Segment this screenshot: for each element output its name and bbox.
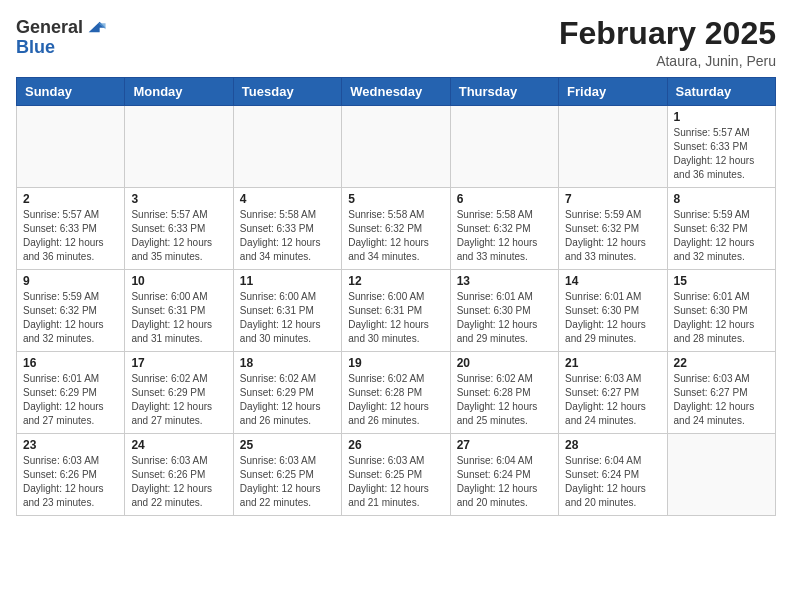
day-info: Sunrise: 6:01 AM Sunset: 6:30 PM Dayligh… (457, 290, 552, 346)
day-info: Sunrise: 6:02 AM Sunset: 6:28 PM Dayligh… (457, 372, 552, 428)
day-info: Sunrise: 5:58 AM Sunset: 6:32 PM Dayligh… (457, 208, 552, 264)
calendar-cell: 11Sunrise: 6:00 AM Sunset: 6:31 PM Dayli… (233, 270, 341, 352)
day-info: Sunrise: 5:59 AM Sunset: 6:32 PM Dayligh… (565, 208, 660, 264)
calendar-cell: 10Sunrise: 6:00 AM Sunset: 6:31 PM Dayli… (125, 270, 233, 352)
month-title: February 2025 (559, 16, 776, 51)
weekday-header-sunday: Sunday (17, 78, 125, 106)
calendar-cell: 22Sunrise: 6:03 AM Sunset: 6:27 PM Dayli… (667, 352, 775, 434)
calendar-cell (125, 106, 233, 188)
calendar-cell (233, 106, 341, 188)
day-number: 15 (674, 274, 769, 288)
day-info: Sunrise: 5:57 AM Sunset: 6:33 PM Dayligh… (674, 126, 769, 182)
day-info: Sunrise: 6:01 AM Sunset: 6:29 PM Dayligh… (23, 372, 118, 428)
day-info: Sunrise: 6:03 AM Sunset: 6:25 PM Dayligh… (240, 454, 335, 510)
day-info: Sunrise: 5:58 AM Sunset: 6:32 PM Dayligh… (348, 208, 443, 264)
calendar-cell: 3Sunrise: 5:57 AM Sunset: 6:33 PM Daylig… (125, 188, 233, 270)
day-number: 21 (565, 356, 660, 370)
calendar-cell: 9Sunrise: 5:59 AM Sunset: 6:32 PM Daylig… (17, 270, 125, 352)
week-row-4: 16Sunrise: 6:01 AM Sunset: 6:29 PM Dayli… (17, 352, 776, 434)
logo-blue: Blue (16, 38, 55, 56)
day-number: 27 (457, 438, 552, 452)
day-number: 12 (348, 274, 443, 288)
day-number: 19 (348, 356, 443, 370)
day-number: 13 (457, 274, 552, 288)
calendar-cell: 24Sunrise: 6:03 AM Sunset: 6:26 PM Dayli… (125, 434, 233, 516)
week-row-1: 1Sunrise: 5:57 AM Sunset: 6:33 PM Daylig… (17, 106, 776, 188)
day-info: Sunrise: 6:03 AM Sunset: 6:25 PM Dayligh… (348, 454, 443, 510)
day-number: 4 (240, 192, 335, 206)
weekday-header-thursday: Thursday (450, 78, 558, 106)
day-number: 20 (457, 356, 552, 370)
day-number: 16 (23, 356, 118, 370)
logo-icon (85, 16, 107, 38)
calendar-cell: 15Sunrise: 6:01 AM Sunset: 6:30 PM Dayli… (667, 270, 775, 352)
calendar-cell: 6Sunrise: 5:58 AM Sunset: 6:32 PM Daylig… (450, 188, 558, 270)
day-info: Sunrise: 6:02 AM Sunset: 6:29 PM Dayligh… (240, 372, 335, 428)
calendar-cell: 18Sunrise: 6:02 AM Sunset: 6:29 PM Dayli… (233, 352, 341, 434)
day-number: 10 (131, 274, 226, 288)
weekday-header-tuesday: Tuesday (233, 78, 341, 106)
day-info: Sunrise: 5:58 AM Sunset: 6:33 PM Dayligh… (240, 208, 335, 264)
calendar-cell: 7Sunrise: 5:59 AM Sunset: 6:32 PM Daylig… (559, 188, 667, 270)
day-number: 7 (565, 192, 660, 206)
logo: General Blue (16, 16, 107, 56)
day-number: 14 (565, 274, 660, 288)
calendar-cell: 19Sunrise: 6:02 AM Sunset: 6:28 PM Dayli… (342, 352, 450, 434)
weekday-header-row: SundayMondayTuesdayWednesdayThursdayFrid… (17, 78, 776, 106)
calendar-cell (667, 434, 775, 516)
calendar-cell: 27Sunrise: 6:04 AM Sunset: 6:24 PM Dayli… (450, 434, 558, 516)
day-info: Sunrise: 5:57 AM Sunset: 6:33 PM Dayligh… (23, 208, 118, 264)
day-number: 11 (240, 274, 335, 288)
weekday-header-friday: Friday (559, 78, 667, 106)
calendar-cell: 5Sunrise: 5:58 AM Sunset: 6:32 PM Daylig… (342, 188, 450, 270)
day-number: 2 (23, 192, 118, 206)
day-info: Sunrise: 6:03 AM Sunset: 6:27 PM Dayligh… (674, 372, 769, 428)
day-number: 8 (674, 192, 769, 206)
day-info: Sunrise: 5:59 AM Sunset: 6:32 PM Dayligh… (674, 208, 769, 264)
calendar-cell: 8Sunrise: 5:59 AM Sunset: 6:32 PM Daylig… (667, 188, 775, 270)
calendar-table: SundayMondayTuesdayWednesdayThursdayFrid… (16, 77, 776, 516)
day-info: Sunrise: 5:59 AM Sunset: 6:32 PM Dayligh… (23, 290, 118, 346)
day-info: Sunrise: 6:03 AM Sunset: 6:27 PM Dayligh… (565, 372, 660, 428)
calendar-cell (450, 106, 558, 188)
calendar-cell (559, 106, 667, 188)
title-section: February 2025 Ataura, Junin, Peru (559, 16, 776, 69)
day-info: Sunrise: 6:00 AM Sunset: 6:31 PM Dayligh… (131, 290, 226, 346)
day-info: Sunrise: 6:00 AM Sunset: 6:31 PM Dayligh… (348, 290, 443, 346)
day-number: 28 (565, 438, 660, 452)
day-number: 3 (131, 192, 226, 206)
calendar-cell: 16Sunrise: 6:01 AM Sunset: 6:29 PM Dayli… (17, 352, 125, 434)
calendar-cell: 23Sunrise: 6:03 AM Sunset: 6:26 PM Dayli… (17, 434, 125, 516)
weekday-header-saturday: Saturday (667, 78, 775, 106)
day-number: 17 (131, 356, 226, 370)
day-info: Sunrise: 6:04 AM Sunset: 6:24 PM Dayligh… (565, 454, 660, 510)
week-row-3: 9Sunrise: 5:59 AM Sunset: 6:32 PM Daylig… (17, 270, 776, 352)
day-number: 22 (674, 356, 769, 370)
day-info: Sunrise: 6:00 AM Sunset: 6:31 PM Dayligh… (240, 290, 335, 346)
day-number: 18 (240, 356, 335, 370)
day-number: 1 (674, 110, 769, 124)
calendar-cell (17, 106, 125, 188)
day-info: Sunrise: 6:03 AM Sunset: 6:26 PM Dayligh… (23, 454, 118, 510)
calendar-cell: 26Sunrise: 6:03 AM Sunset: 6:25 PM Dayli… (342, 434, 450, 516)
calendar-cell: 14Sunrise: 6:01 AM Sunset: 6:30 PM Dayli… (559, 270, 667, 352)
weekday-header-monday: Monday (125, 78, 233, 106)
calendar-cell (342, 106, 450, 188)
day-number: 25 (240, 438, 335, 452)
day-info: Sunrise: 6:03 AM Sunset: 6:26 PM Dayligh… (131, 454, 226, 510)
day-number: 23 (23, 438, 118, 452)
calendar-cell: 17Sunrise: 6:02 AM Sunset: 6:29 PM Dayli… (125, 352, 233, 434)
day-info: Sunrise: 5:57 AM Sunset: 6:33 PM Dayligh… (131, 208, 226, 264)
page-header: General Blue February 2025 Ataura, Junin… (16, 16, 776, 69)
day-number: 6 (457, 192, 552, 206)
day-info: Sunrise: 6:02 AM Sunset: 6:29 PM Dayligh… (131, 372, 226, 428)
day-number: 9 (23, 274, 118, 288)
day-info: Sunrise: 6:04 AM Sunset: 6:24 PM Dayligh… (457, 454, 552, 510)
day-info: Sunrise: 6:02 AM Sunset: 6:28 PM Dayligh… (348, 372, 443, 428)
day-number: 5 (348, 192, 443, 206)
day-number: 26 (348, 438, 443, 452)
calendar-cell: 4Sunrise: 5:58 AM Sunset: 6:33 PM Daylig… (233, 188, 341, 270)
calendar-cell: 1Sunrise: 5:57 AM Sunset: 6:33 PM Daylig… (667, 106, 775, 188)
calendar-cell: 28Sunrise: 6:04 AM Sunset: 6:24 PM Dayli… (559, 434, 667, 516)
calendar-cell: 25Sunrise: 6:03 AM Sunset: 6:25 PM Dayli… (233, 434, 341, 516)
